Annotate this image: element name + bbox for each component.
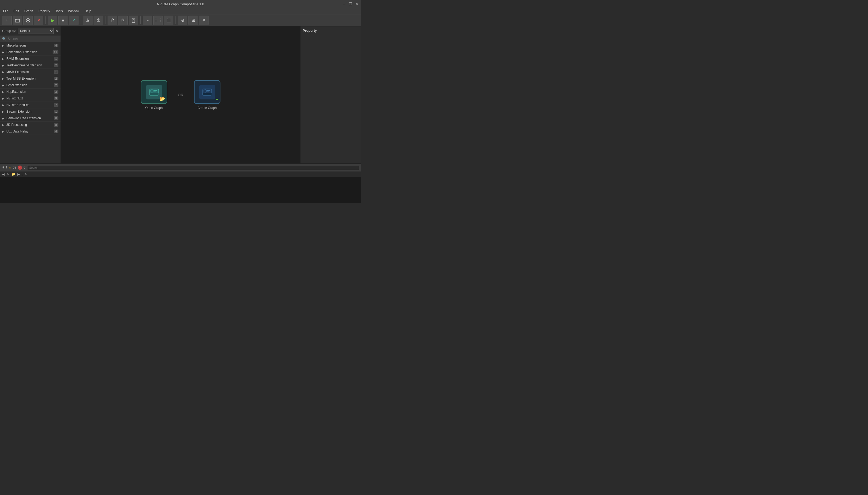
list-item[interactable]: ▶ Test MISB Extension 2 (0, 75, 60, 82)
warning-count: 76 (13, 166, 16, 169)
toolbar: + ✕ ▶ ■ ✓ 🗑 ⎘ ··· ⋮⋮ ⬛ ⊕ ⊞ ❋ (0, 14, 361, 27)
play-button[interactable]: ▶ (48, 16, 57, 25)
extension-count: 1 (54, 70, 58, 74)
extension-count: 2 (54, 77, 58, 80)
svg-rect-1 (15, 19, 17, 20)
crosshair-button[interactable]: ⊞ (189, 16, 198, 25)
create-graph-card[interactable]: + Create Graph (194, 80, 220, 110)
extension-name: Benchmark Extension (6, 50, 52, 54)
svg-rect-15 (203, 93, 212, 96)
window-controls: ─ ❐ ✕ (342, 2, 359, 6)
expand-icon: ▶ (2, 57, 4, 60)
console-toolbar: ◀ ✎ 📁 ▶ . > (0, 172, 361, 177)
layout-button[interactable]: ❋ (199, 16, 209, 25)
minimize-button[interactable]: ─ (342, 2, 346, 6)
list-item[interactable]: ▶ RMM Extension 1 (0, 55, 60, 62)
info-icon[interactable]: ℹ (6, 166, 7, 169)
bottom-console: ◀ ✎ 📁 ▶ . > (0, 171, 361, 203)
extension-name: NvTritonTestExt (6, 103, 53, 107)
error-icon[interactable]: ✕ (18, 166, 22, 170)
download-button[interactable] (83, 16, 92, 25)
folder-icon: 📂 (159, 96, 165, 102)
list-item[interactable]: ▶ Miscellaneous 4 (0, 42, 60, 49)
title-bar: NVIDIA Graph Composer 4.1.0 ─ ❐ ✕ (0, 0, 361, 8)
extension-name: GrpcExtension (6, 83, 53, 87)
toolbar-separator-1 (46, 16, 46, 24)
search-input[interactable] (8, 37, 58, 41)
svg-rect-8 (154, 90, 157, 91)
close-file-button[interactable]: ✕ (34, 16, 43, 25)
list-item[interactable]: ▶ 3D Processing 8 (0, 122, 60, 128)
menu-file[interactable]: File (1, 9, 10, 14)
warning-icon[interactable]: ⚠ (9, 166, 11, 169)
close-button[interactable]: ✕ (355, 2, 359, 6)
validate-button[interactable]: ✓ (69, 16, 78, 25)
list-item[interactable]: ▶ NvTritonExt 5 (0, 95, 60, 102)
list-item[interactable]: ▶ NvTritonTestExt 7 (0, 102, 60, 108)
extension-count: 4 (54, 130, 58, 133)
menu-window[interactable]: Window (66, 9, 82, 14)
open-graph-label: Open Graph (145, 106, 162, 110)
svg-rect-4 (132, 19, 135, 22)
list-item[interactable]: ▶ GrpcExtension 2 (0, 82, 60, 89)
console-edit-button[interactable]: ✎ (6, 172, 9, 176)
menu-tools[interactable]: Tools (53, 9, 65, 14)
restore-button[interactable]: ❐ (348, 2, 353, 6)
record-mode-button[interactable] (23, 16, 33, 25)
extension-count: 3 (54, 90, 58, 93)
extension-name: 3D Processing (6, 123, 53, 127)
extension-name: NvTritonExt (6, 97, 53, 100)
open-button[interactable] (13, 16, 22, 25)
create-graph-icon: + (194, 80, 220, 104)
console-prompt-button[interactable]: . (22, 172, 23, 176)
upload-button[interactable] (93, 16, 103, 25)
status-icons: ✱ ℹ ⚠ 76 ✕ 0 (2, 166, 25, 170)
list-item[interactable]: ▶ Stream Extension 1 (0, 108, 60, 115)
menu-help[interactable]: Help (83, 9, 93, 14)
stop-button[interactable]: ■ (58, 16, 68, 25)
record-button[interactable]: ⬛ (164, 16, 173, 25)
console-play-button[interactable]: ▶ (17, 172, 20, 176)
menu-edit[interactable]: Edit (11, 9, 21, 14)
svg-point-3 (27, 20, 29, 21)
list-item[interactable]: ▶ HttpExtension 3 (0, 89, 60, 95)
list-item[interactable]: ▶ MISB Extension 1 (0, 69, 60, 75)
paste-button[interactable] (129, 16, 138, 25)
list-item[interactable]: ▶ Benchmark Extension 11 (0, 49, 60, 55)
copy-button[interactable]: ⎘ (118, 16, 128, 25)
more-button-2[interactable]: ⋮⋮ (153, 16, 163, 25)
list-item[interactable]: ▶ Ucx Data Relay 4 (0, 128, 60, 135)
left-panel: Group by: Default ↻ 🔍 ▶ Miscellaneous 4 … (0, 27, 61, 164)
more-button-1[interactable]: ··· (143, 16, 152, 25)
extension-count: 1 (54, 57, 58, 61)
console-prompt-label: > (25, 172, 27, 176)
extension-name: HttpExtension (6, 90, 53, 93)
menu-bar: File Edit Graph Registry Tools Window He… (0, 8, 361, 14)
extension-name: RMM Extension (6, 57, 53, 61)
svg-rect-10 (149, 93, 159, 96)
extension-count: 8 (54, 123, 58, 127)
open-graph-card[interactable]: 📂 Open Graph (141, 80, 167, 110)
open-graph-icon: 📂 (141, 80, 167, 104)
create-graph-label: Create Graph (197, 106, 217, 110)
console-folder-button[interactable]: 📁 (11, 172, 15, 176)
extension-count: 7 (54, 103, 58, 107)
asterisk-icon[interactable]: ✱ (2, 166, 4, 169)
menu-graph[interactable]: Graph (22, 9, 35, 14)
extension-count: 4 (54, 44, 58, 47)
status-search-input[interactable] (27, 165, 359, 170)
new-button[interactable]: + (2, 16, 12, 25)
list-item[interactable]: ▶ TestBenchmarkExtension 2 (0, 62, 60, 69)
target-button[interactable]: ⊕ (178, 16, 188, 25)
group-by-select[interactable]: Default (18, 28, 54, 34)
delete-button[interactable]: 🗑 (108, 16, 117, 25)
menu-registry[interactable]: Registry (36, 9, 52, 14)
refresh-button[interactable]: ↻ (55, 29, 58, 33)
console-back-button[interactable]: ◀ (2, 172, 4, 176)
error-count: 0 (23, 166, 25, 169)
expand-icon: ▶ (2, 97, 4, 100)
extension-count: 1 (54, 110, 58, 114)
status-bar: ✱ ℹ ⚠ 76 ✕ 0 (0, 164, 361, 171)
plus-icon: + (216, 97, 218, 102)
list-item[interactable]: ▶ Behavior Tree Extension 8 (0, 115, 60, 122)
